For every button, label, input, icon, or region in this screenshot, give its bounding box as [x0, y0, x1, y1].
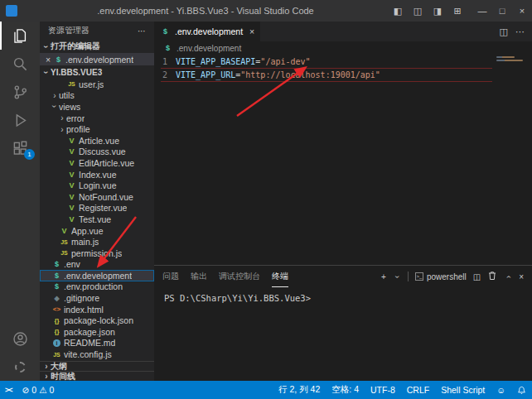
code-editor[interactable]: 1VITE_APP_BASEAPI="/api-dev"2VITE_APP_UR… — [154, 55, 532, 265]
js-file-icon — [59, 250, 70, 256]
problems-status[interactable]: ⊘ 0 ⚠ 0 — [17, 381, 60, 399]
run-debug-icon[interactable] — [0, 106, 40, 134]
panel-tab-调试控制台[interactable]: 调试控制台 — [219, 266, 260, 287]
line-number: 2 — [154, 70, 176, 79]
editor-tab-.env.development[interactable]: .env.development× — [154, 22, 260, 41]
tree-item-user.js[interactable]: user.js — [40, 79, 154, 90]
breadcrumb[interactable]: .env.development — [154, 41, 532, 55]
encoding-status[interactable]: UTF-8 — [365, 381, 401, 399]
tree-item-.gitignore[interactable]: .gitignore — [40, 292, 154, 304]
tree-item-EditArticle.vue[interactable]: EditArticle.vue — [40, 157, 154, 169]
tree-item-Login.vue[interactable]: Login.vue — [40, 180, 154, 191]
tree-item-Discuss.vue[interactable]: Discuss.vue — [40, 147, 154, 158]
tree-item-utils[interactable]: utils — [40, 90, 154, 102]
vue-file-icon — [66, 215, 77, 224]
tree-item-label: permission.js — [71, 248, 122, 258]
close-button[interactable]: × — [512, 0, 532, 22]
explorer-icon[interactable] — [0, 22, 40, 50]
open-editors-section-header[interactable]: 打开的编辑器 — [40, 40, 154, 53]
project-section-header[interactable]: YI.BBS.VUE3 — [40, 65, 154, 79]
title-bar: .env.development - Yi.BBS.Vue3 - Visual … — [0, 0, 532, 22]
code-line-1: 1VITE_APP_BASEAPI="/api-dev" — [154, 55, 532, 68]
close-panel-icon[interactable]: × — [519, 272, 524, 281]
maximize-button[interactable]: □ — [492, 0, 512, 22]
indentation-status[interactable]: 空格: 4 — [326, 381, 365, 399]
cursor-position-status[interactable]: 行 2, 列 42 — [273, 381, 326, 399]
tree-item-profile[interactable]: profile — [40, 123, 154, 135]
eol-status[interactable]: CRLF — [401, 381, 435, 399]
tree-item-vite.config.js[interactable]: vite.config.js — [40, 349, 154, 360]
language-mode-status[interactable]: Shell Script — [435, 381, 491, 399]
split-terminal-icon[interactable]: ◫ — [473, 272, 481, 281]
maximize-panel-icon[interactable] — [504, 272, 513, 281]
open-editor-item[interactable]: ×.env.development — [40, 53, 154, 65]
extensions-icon[interactable]: 1 — [0, 134, 40, 162]
tree-item-.env.development[interactable]: .env.development — [40, 270, 154, 281]
customize-layout-icon[interactable]: ⊞ — [447, 0, 467, 22]
tree-item-error[interactable]: error — [40, 113, 154, 124]
tree-item-label: .env.development — [64, 271, 132, 281]
terminal-profile-item[interactable]: >_ powershell — [415, 272, 467, 281]
tree-item-Register.vue[interactable]: Register.vue — [40, 203, 154, 214]
settings-gear-icon[interactable] — [0, 353, 40, 381]
powershell-icon: >_ — [415, 272, 423, 281]
tree-item-views[interactable]: views — [40, 101, 154, 113]
panel-tab-输出[interactable]: 输出 — [191, 266, 207, 287]
tree-item-main.js[interactable]: main.js — [40, 236, 154, 248]
toggle-panel-icon[interactable]: ◫ — [408, 0, 428, 22]
vue-file-icon — [66, 181, 77, 190]
tree-item-label: user.js — [79, 79, 104, 89]
toggle-sidebar-icon[interactable]: ◧ — [388, 0, 408, 22]
bottom-panel: 问题输出调试控制台终端 + >_ powershell ◫ — [154, 265, 532, 381]
tree-item-label: package-lock.json — [64, 315, 133, 325]
open-editor-label: .env.development — [65, 55, 133, 65]
close-editor-icon[interactable]: × — [43, 55, 53, 65]
panel-tab-问题[interactable]: 问题 — [162, 266, 179, 287]
split-editor-icon[interactable]: ◫ — [500, 26, 508, 37]
terminal-output[interactable]: PS D:\CSharp\Yi\Yi.BBS.Vue3> — [154, 287, 532, 381]
activity-bar: 1 — [0, 22, 40, 381]
tree-item-Test.vue[interactable]: Test.vue — [40, 214, 154, 225]
editor-more-actions-icon[interactable]: ⋯ — [515, 26, 525, 37]
editor-area: .env.development× ◫ ⋯ .env.development 1… — [154, 22, 532, 381]
more-actions-icon[interactable]: ⋯ — [138, 26, 146, 36]
token-string: "/api-dev" — [260, 57, 310, 66]
feedback-icon[interactable]: ☺ — [491, 381, 511, 399]
error-count: 0 — [31, 385, 36, 395]
timeline-section-header[interactable]: 时间线 — [40, 371, 154, 381]
vue-file-icon — [66, 137, 77, 145]
account-icon[interactable] — [0, 324, 40, 353]
tree-item-permission.js[interactable]: permission.js — [40, 248, 154, 259]
chevron-collapsed-icon — [42, 362, 51, 371]
tree-item-index.html[interactable]: index.html — [40, 304, 154, 315]
tree-item-package-lock.json[interactable]: package-lock.json — [40, 315, 154, 326]
tree-item-README.md[interactable]: README.md — [40, 338, 154, 349]
tree-item-NotFound.vue[interactable]: NotFound.vue — [40, 191, 154, 203]
tree-item-package.json[interactable]: package.json — [40, 326, 154, 338]
tree-item-Index.vue[interactable]: Index.vue — [40, 169, 154, 180]
search-icon[interactable] — [0, 50, 40, 78]
minimize-button[interactable]: — — [472, 0, 492, 22]
js-file-icon — [59, 239, 70, 245]
file-tree: user.jsutilsviewserrorprofileArticle.vue… — [40, 79, 154, 361]
new-terminal-icon[interactable]: + — [381, 272, 386, 281]
tree-item-.env[interactable]: .env — [40, 259, 154, 271]
kill-terminal-icon[interactable] — [487, 271, 497, 282]
panel-tab-终端[interactable]: 终端 — [272, 266, 288, 287]
source-control-icon[interactable] — [0, 78, 40, 106]
breadcrumb-item[interactable]: .env.development — [177, 44, 241, 53]
tree-item-.env.production[interactable]: .env.production — [40, 281, 154, 293]
minimap[interactable] — [494, 55, 532, 265]
tree-item-App.vue[interactable]: App.vue — [40, 225, 154, 237]
tab-close-icon[interactable]: × — [249, 26, 254, 36]
terminal-dropdown-icon[interactable] — [392, 272, 401, 281]
outline-section-header[interactable]: 大纲 — [40, 361, 154, 371]
tree-item-Article.vue[interactable]: Article.vue — [40, 135, 154, 147]
remote-indicator[interactable]: >< — [0, 381, 17, 399]
open-editors-label: 打开的编辑器 — [51, 41, 100, 52]
chevron-expanded-icon — [42, 68, 51, 77]
env-file-icon — [51, 260, 62, 268]
editor-tab-bar: .env.development× ◫ ⋯ — [154, 22, 532, 41]
notifications-bell-icon[interactable] — [511, 381, 532, 399]
toggle-secondary-sidebar-icon[interactable]: ◨ — [428, 0, 447, 22]
